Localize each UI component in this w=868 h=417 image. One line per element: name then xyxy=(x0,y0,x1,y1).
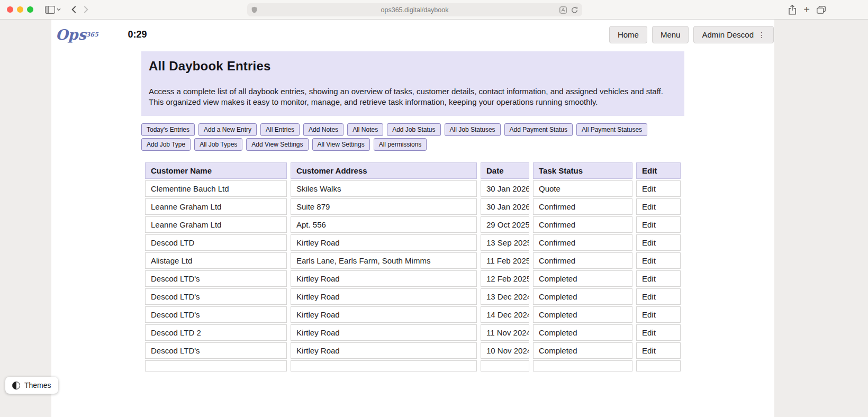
action-button[interactable]: Add Job Status xyxy=(387,123,440,136)
date-cell: 11 Nov 2024 xyxy=(481,324,529,341)
back-button[interactable] xyxy=(71,6,76,13)
table-body: Clementine Bauch Ltd Skiles Walks 30 Jan… xyxy=(145,180,681,371)
address-bar[interactable]: ops365.digital/daybook xyxy=(247,3,582,16)
themes-button[interactable]: Themes xyxy=(5,377,58,394)
tabs-icon xyxy=(817,6,826,14)
customer-address-cell: Kirtley Road xyxy=(291,324,477,341)
tab-overview-button[interactable] xyxy=(817,6,826,14)
customer-address-cell xyxy=(291,360,477,371)
customer-address-cell: Earls Lane, Earls Farm, South Mimms xyxy=(291,252,477,269)
task-status-cell: Confirmed xyxy=(533,234,632,251)
home-label: Home xyxy=(618,30,639,39)
customer-name-cell: Descod LTD's xyxy=(145,342,287,359)
edit-link[interactable]: Edit xyxy=(642,310,656,319)
edit-cell: Edit xyxy=(636,306,681,323)
forward-arrow-icon xyxy=(84,6,88,13)
edit-cell: Edit xyxy=(636,216,681,233)
edit-link[interactable]: Edit xyxy=(642,256,656,265)
share-button[interactable] xyxy=(788,5,797,15)
menu-button[interactable]: Menu xyxy=(652,26,689,43)
customer-address-cell: Kirtley Road xyxy=(291,306,477,323)
edit-link[interactable]: Edit xyxy=(642,274,656,283)
task-status-cell: Confirmed xyxy=(533,216,632,233)
action-button[interactable]: All Payment Statuses xyxy=(576,123,647,136)
sidebar-icon xyxy=(45,6,55,14)
task-status-cell xyxy=(533,360,632,371)
customer-address-cell: Kirtley Road xyxy=(291,342,477,359)
daybook-table: Customer Name Customer Address Date Task… xyxy=(141,161,684,373)
ops365-logo[interactable]: Ops365 xyxy=(56,26,98,43)
translate-icon[interactable] xyxy=(559,6,567,14)
action-button[interactable]: All Job Types xyxy=(194,138,242,151)
column-header: Customer Name xyxy=(145,162,287,179)
task-status-cell: Completed xyxy=(533,288,632,305)
forward-button[interactable] xyxy=(84,6,88,13)
share-icon xyxy=(788,5,797,15)
action-button[interactable]: All permissions xyxy=(374,138,427,151)
date-cell: 10 Nov 2024 xyxy=(481,342,529,359)
edit-link[interactable]: Edit xyxy=(642,220,656,229)
table-row: Descod LTD's Kirtley Road 10 Nov 2024 Co… xyxy=(145,342,681,359)
customer-address-cell: Suite 879 xyxy=(291,198,477,215)
edit-link[interactable]: Edit xyxy=(642,238,656,247)
action-button[interactable]: All View Settings xyxy=(312,138,370,151)
edit-cell: Edit xyxy=(636,234,681,251)
date-cell: 13 Dec 2024 xyxy=(481,288,529,305)
edit-link[interactable]: Edit xyxy=(642,292,656,301)
action-button[interactable]: All Entries xyxy=(260,123,300,136)
task-status-cell: Completed xyxy=(533,306,632,323)
table-row: Descod LTD Kirtley Road 13 Sep 2025 Conf… xyxy=(145,234,681,251)
edit-cell: Edit xyxy=(636,252,681,269)
window-controls xyxy=(7,6,33,13)
customer-name-cell xyxy=(145,360,287,371)
action-button[interactable]: Today's Entries xyxy=(141,123,195,136)
action-button[interactable]: Add Notes xyxy=(303,123,343,136)
date-cell: 12 Feb 2025 xyxy=(481,270,529,287)
sidebar-toggle-button[interactable] xyxy=(45,6,61,14)
customer-name-cell: Descod LTD's xyxy=(145,270,287,287)
column-header: Customer Address xyxy=(291,162,477,179)
action-button[interactable]: Add Job Type xyxy=(141,138,191,151)
customer-address-cell: Kirtley Road xyxy=(291,234,477,251)
edit-link[interactable]: Edit xyxy=(642,184,656,193)
minimize-window-button[interactable] xyxy=(17,6,23,13)
home-button[interactable]: Home xyxy=(609,26,647,43)
zoom-window-button[interactable] xyxy=(27,6,33,13)
task-status-cell: Confirmed xyxy=(533,252,632,269)
edit-cell: Edit xyxy=(636,270,681,287)
customer-name-cell: Alistage Ltd xyxy=(145,252,287,269)
action-button[interactable]: All Job Statuses xyxy=(445,123,501,136)
date-cell: 14 Dec 2024 xyxy=(481,306,529,323)
customer-name-cell: Leanne Graham Ltd xyxy=(145,216,287,233)
table-row: Descod LTD's Kirtley Road 13 Dec 2024 Co… xyxy=(145,288,681,305)
table-row xyxy=(145,360,681,371)
reload-icon[interactable] xyxy=(571,6,578,14)
close-window-button[interactable] xyxy=(7,6,13,13)
customer-name-cell: Clementine Bauch Ltd xyxy=(145,180,287,197)
chevron-down-icon xyxy=(57,8,61,11)
action-button[interactable]: Add Payment Status xyxy=(504,123,573,136)
task-status-cell: Confirmed xyxy=(533,198,632,215)
session-timer: 0:29 xyxy=(128,29,147,40)
edit-link[interactable]: Edit xyxy=(642,346,656,355)
action-button[interactable]: All Notes xyxy=(347,123,383,136)
date-cell: 29 Oct 2025 xyxy=(481,216,529,233)
kebab-menu-icon: ⋮ xyxy=(758,31,765,39)
edit-cell: Edit xyxy=(636,342,681,359)
chrome-toolbar-right: + xyxy=(788,4,826,15)
edit-link[interactable]: Edit xyxy=(642,328,656,337)
edit-link[interactable]: Edit xyxy=(642,202,656,211)
task-status-cell: Completed xyxy=(533,342,632,359)
column-header: Date xyxy=(481,162,529,179)
date-cell: 30 Jan 2026 xyxy=(481,198,529,215)
customer-name-cell: Descod LTD's xyxy=(145,306,287,323)
customer-name-cell: Descod LTD 2 xyxy=(145,324,287,341)
column-header: Edit xyxy=(636,162,681,179)
table-header-row: Customer Name Customer Address Date Task… xyxy=(145,162,681,179)
page-description: Access a complete list of all daybook en… xyxy=(149,86,677,107)
action-button[interactable]: Add View Settings xyxy=(246,138,308,151)
action-button[interactable]: Add a New Entry xyxy=(198,123,257,136)
admin-menu-button[interactable]: Admin Descod ⋮ xyxy=(693,26,774,43)
customer-address-cell: Apt. 556 xyxy=(291,216,477,233)
new-tab-button[interactable]: + xyxy=(803,4,810,15)
